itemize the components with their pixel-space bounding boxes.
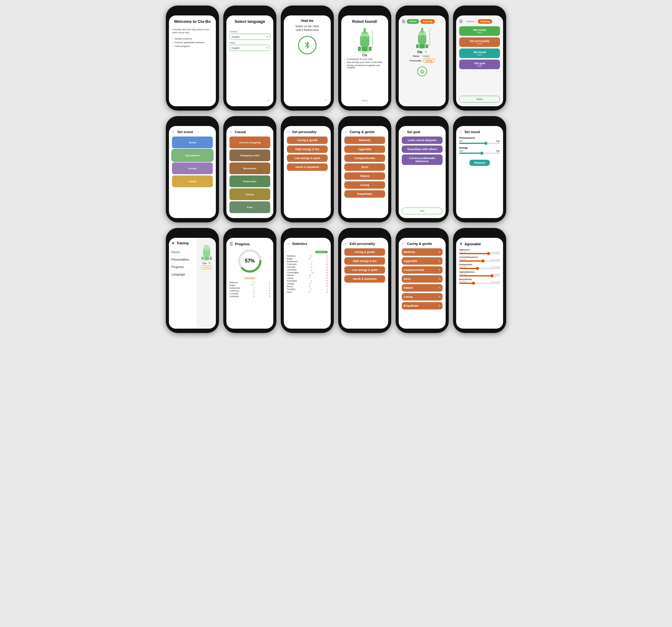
cge-patient[interactable]: Patient ✎ <box>402 284 442 292</box>
notch <box>298 232 316 236</box>
scene-social[interactable]: Social <box>172 137 213 148</box>
opt-aggreable[interactable]: Aggreable <box>344 145 385 153</box>
sidebar-item-progress[interactable]: Progress <box>171 263 194 271</box>
next-arrow[interactable]: → <box>287 98 328 102</box>
opt-compassionate[interactable]: Compassionate <box>344 154 385 162</box>
edit-caring[interactable]: Caring & gentle <box>344 248 385 256</box>
neuroticism-track[interactable] <box>459 283 500 284</box>
sidebar-item-language[interactable]: Language <box>171 271 194 278</box>
back-button-caring[interactable]: ← <box>344 130 348 134</box>
set-scene-header: ← Set scene <box>172 130 213 134</box>
back-button-mood[interactable]: ← <box>459 130 463 134</box>
sidebar-item-personalities[interactable]: Personalities <box>171 256 194 263</box>
conscientiousness-thumb[interactable] <box>481 260 484 263</box>
back-button-personality[interactable]: ← <box>287 130 291 134</box>
close-icon-traits[interactable]: ✕ <box>459 242 463 246</box>
start-btn[interactable]: Start <box>459 96 500 102</box>
scene-grocery[interactable]: Grocery shopping <box>230 137 270 148</box>
set-mood-btn[interactable]: Set mood None <box>459 48 500 58</box>
cge-caring[interactable]: Caring ✎ <box>402 293 442 300</box>
openness-thumb[interactable] <box>487 252 490 255</box>
past-week-tab[interactable]: Past week <box>315 251 328 253</box>
robot-select[interactable]: English ▾ <box>230 45 270 51</box>
scene-restaurant[interactable]: Restaurant <box>230 163 270 174</box>
tab-active-2[interactable]: Active <box>464 19 477 24</box>
opt-motherly[interactable]: Motherly <box>344 137 385 144</box>
opt-patient[interactable]: Patient <box>344 172 385 180</box>
opt-caring[interactable]: Caring <box>344 181 385 189</box>
cge-aggreable[interactable]: Aggreable ✎ <box>402 257 442 265</box>
set-btn[interactable]: Set <box>402 208 442 214</box>
set-scene-btn[interactable]: Set scene None <box>459 26 500 36</box>
set-goal-btn[interactable]: Set goal None <box>459 59 500 69</box>
menu-icon-2[interactable]: ☰ <box>459 19 463 24</box>
extraversion-track[interactable] <box>459 268 500 269</box>
scene-foodcourt[interactable]: Food court <box>230 175 270 187</box>
energy-thumb[interactable] <box>480 152 483 155</box>
cge-title: Caring & gentle <box>407 242 432 245</box>
phone-statistics: ← Statistics Past week Sadness132 Anger1… <box>281 228 334 333</box>
next-arrow[interactable]: → <box>230 98 270 102</box>
power-button[interactable]: ⏻ <box>417 66 427 76</box>
goal-correct[interactable]: Correct problematic behaviour <box>402 154 442 165</box>
trait-openness: Openness very littlevery much <box>459 249 500 254</box>
bt-line1: Hold the <box>287 19 328 23</box>
cge-header: ← Caring & gentle <box>402 242 442 246</box>
back-button-goal[interactable]: ← <box>402 130 406 134</box>
opt-strict[interactable]: Strict <box>344 163 385 171</box>
close-icon[interactable]: ✕ <box>171 241 175 245</box>
tab-training[interactable]: Training <box>420 19 435 24</box>
opt-empathetic[interactable]: Empathetic <box>344 190 385 198</box>
personality-harsh[interactable]: Harsh & impatient <box>287 163 328 171</box>
back-button-stats[interactable]: ← <box>287 242 291 246</box>
controls-select[interactable]: English ▾ <box>230 34 270 40</box>
set-personality-btn[interactable]: Set personality None <box>459 38 500 47</box>
screen-caring-gentle-edit: ← Caring & gentle Motherly ✎ Aggreable ✎… <box>399 238 446 329</box>
cge-compassionate[interactable]: Compassionate ✎ <box>402 266 442 274</box>
svg-rect-26 <box>201 257 203 260</box>
back-button-casual[interactable]: ← <box>230 130 233 134</box>
back-button-edit[interactable]: ← <box>344 242 348 246</box>
scene-formal[interactable]: Formal <box>172 163 213 174</box>
goal-social[interactable]: Learn social etiquette <box>402 137 442 144</box>
retry-btn[interactable]: Retry <box>344 97 385 102</box>
svg-point-23 <box>421 28 423 29</box>
cge-empathetic[interactable]: Empathetic ✎ <box>402 302 442 310</box>
openness-track[interactable] <box>459 253 500 254</box>
pleasantness-thumb[interactable] <box>484 142 487 145</box>
personality-caring[interactable]: Caring & gentle <box>287 137 328 144</box>
neuroticism-thumb[interactable] <box>472 282 475 285</box>
scene-park[interactable]: Park <box>230 201 270 213</box>
back-button-cge[interactable]: ← <box>402 242 406 246</box>
cge-motherly[interactable]: Motherly ✎ <box>402 248 442 256</box>
goal-empathize[interactable]: Empathize with others <box>402 145 442 153</box>
agreeableness-track[interactable] <box>459 275 500 276</box>
energy-track[interactable] <box>459 152 500 154</box>
tab-active[interactable]: Active <box>407 19 419 24</box>
pleasantness-track[interactable] <box>459 143 500 144</box>
edit-lowenergy[interactable]: Low energy & quiet <box>344 266 385 274</box>
edit-name-pencil[interactable]: ✎ <box>425 51 427 53</box>
edit-highenergy[interactable]: High energy & fun <box>344 257 385 265</box>
cge-strict[interactable]: Strict ✎ <box>402 275 442 283</box>
scene-shopping[interactable]: Shopping center <box>230 149 270 161</box>
extraversion-thumb[interactable] <box>476 267 479 270</box>
edit-harsh[interactable]: Harsh & impatient <box>344 275 385 283</box>
sidebar-item-home[interactable]: Home <box>171 249 194 256</box>
scene-library[interactable]: Library <box>230 188 270 200</box>
personality-lowenergy[interactable]: Low energy & quiet <box>287 154 328 162</box>
agreeableness-thumb[interactable] <box>490 274 494 278</box>
back-button[interactable]: ← <box>172 130 176 134</box>
scene-educational[interactable]: Educational <box>172 149 213 161</box>
next-arrow[interactable]: → <box>172 98 213 102</box>
menu-icon-progress[interactable]: ☰ <box>230 242 233 246</box>
conscientiousness-track[interactable] <box>459 260 500 262</box>
menu-icon[interactable]: ☰ <box>402 19 406 24</box>
notch <box>356 120 374 124</box>
personality-highenergy[interactable]: High energy & fun <box>287 145 328 153</box>
edit-personality-title: Edit personality <box>350 242 375 245</box>
energy-low: low <box>459 150 463 152</box>
scene-casual[interactable]: Casual <box>172 175 213 187</box>
tab-training-2[interactable]: Training <box>478 19 492 24</box>
stats-full-list: Sadness132 Anger102 Excitement74 Confusi… <box>287 255 328 325</box>
